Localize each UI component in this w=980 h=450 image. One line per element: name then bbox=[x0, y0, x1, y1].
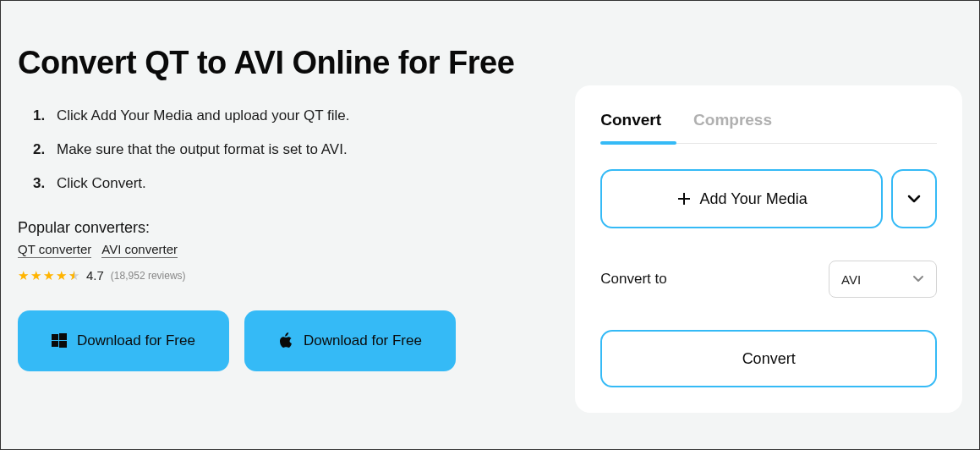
converter-link-qt[interactable]: QT converter bbox=[18, 242, 91, 258]
popular-converters-label: Popular converters: bbox=[18, 219, 541, 237]
apple-icon bbox=[278, 332, 293, 349]
svg-rect-2 bbox=[52, 341, 58, 347]
step-item: 1. Click Add Your Media and upload your … bbox=[33, 107, 541, 124]
chevron-down-icon bbox=[906, 194, 922, 204]
star-icon: ★ bbox=[18, 268, 29, 283]
svg-rect-1 bbox=[59, 333, 67, 340]
rating-row: ★ ★ ★ ★ ★ 4.7 (18,952 reviews) bbox=[18, 268, 541, 283]
converter-panel: Convert Compress Add Your Media bbox=[575, 85, 962, 413]
steps-list: 1. Click Add Your Media and upload your … bbox=[18, 107, 541, 192]
step-item: 2. Make sure that the output format is s… bbox=[33, 141, 541, 158]
page-title: Convert QT to AVI Online for Free bbox=[18, 43, 541, 84]
tab-convert[interactable]: Convert bbox=[600, 111, 661, 143]
download-mac-label: Download for Free bbox=[304, 332, 422, 349]
download-mac-button[interactable]: Download for Free bbox=[244, 310, 456, 371]
convert-button[interactable]: Convert bbox=[600, 330, 937, 387]
format-select[interactable]: AVI bbox=[829, 261, 937, 298]
step-text: Click Convert. bbox=[57, 175, 146, 192]
rating-count: (18,952 reviews) bbox=[111, 270, 186, 282]
tab-compress[interactable]: Compress bbox=[693, 111, 772, 143]
svg-rect-3 bbox=[59, 341, 67, 348]
star-icon: ★ bbox=[56, 268, 67, 283]
download-windows-label: Download for Free bbox=[77, 332, 195, 349]
tabs: Convert Compress bbox=[600, 111, 937, 144]
svg-rect-0 bbox=[52, 334, 58, 340]
add-media-label: Add Your Media bbox=[700, 190, 808, 208]
format-value: AVI bbox=[841, 272, 861, 287]
step-number: 2. bbox=[33, 141, 48, 158]
download-windows-button[interactable]: Download for Free bbox=[18, 310, 229, 371]
star-icon: ★ bbox=[30, 268, 41, 283]
star-rating: ★ ★ ★ ★ ★ bbox=[18, 268, 79, 283]
tab-indicator bbox=[600, 141, 676, 145]
rating-value: 4.7 bbox=[86, 268, 104, 283]
plus-icon bbox=[676, 191, 692, 206]
step-number: 3. bbox=[33, 175, 48, 192]
convert-to-label: Convert to bbox=[600, 271, 666, 288]
popular-converters-links: QT converter AVI converter bbox=[18, 242, 541, 258]
windows-icon bbox=[52, 333, 67, 348]
step-text: Make sure that the output format is set … bbox=[57, 141, 348, 158]
add-media-button[interactable]: Add Your Media bbox=[600, 169, 883, 228]
step-item: 3. Click Convert. bbox=[33, 175, 541, 192]
chevron-down-icon bbox=[912, 272, 924, 287]
star-half-icon: ★ bbox=[68, 268, 79, 283]
converter-link-avi[interactable]: AVI converter bbox=[101, 242, 178, 258]
step-number: 1. bbox=[33, 107, 48, 124]
star-icon: ★ bbox=[43, 268, 54, 283]
add-media-dropdown-button[interactable] bbox=[891, 169, 937, 228]
step-text: Click Add Your Media and upload your QT … bbox=[57, 107, 350, 124]
